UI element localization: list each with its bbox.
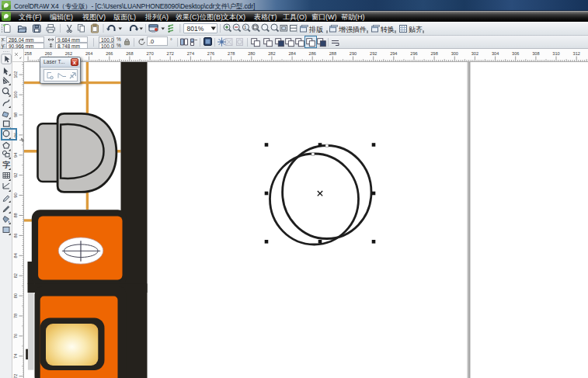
- svg-text:298: 298: [430, 51, 437, 56]
- svg-text:308: 308: [532, 51, 539, 56]
- svg-text:294: 294: [390, 51, 397, 56]
- svg-text:262: 262: [64, 51, 71, 56]
- svg-text:字: 字: [2, 160, 11, 169]
- svg-text:286: 286: [308, 51, 315, 56]
- svg-text:268: 268: [126, 51, 133, 56]
- svg-text:266: 266: [106, 51, 113, 56]
- svg-text:94: 94: [13, 153, 18, 158]
- svg-text:292: 292: [370, 51, 377, 56]
- svg-text:284: 284: [288, 51, 295, 56]
- svg-text:72: 72: [13, 374, 18, 378]
- svg-text:92: 92: [13, 173, 18, 178]
- svg-text:100: 100: [13, 91, 18, 98]
- svg-text:296: 296: [410, 51, 417, 56]
- svg-text:288: 288: [329, 51, 336, 56]
- svg-text:310: 310: [552, 51, 559, 56]
- svg-text:290: 290: [349, 51, 356, 56]
- svg-text:300: 300: [451, 51, 458, 56]
- svg-text:278: 278: [228, 51, 235, 56]
- svg-text:90: 90: [13, 192, 18, 197]
- svg-text:304: 304: [491, 51, 498, 56]
- svg-text:74: 74: [13, 354, 18, 359]
- svg-text:86: 86: [13, 233, 18, 238]
- svg-text:282: 282: [268, 51, 275, 56]
- svg-text:276: 276: [207, 51, 214, 56]
- svg-text:264: 264: [85, 51, 92, 56]
- svg-text:82: 82: [13, 273, 18, 278]
- svg-text:260: 260: [44, 51, 51, 56]
- svg-text:98: 98: [13, 113, 18, 117]
- svg-text:272: 272: [166, 51, 173, 56]
- svg-text:302: 302: [471, 51, 478, 56]
- svg-text:80: 80: [13, 293, 18, 298]
- svg-text:312: 312: [572, 51, 579, 56]
- svg-text:274: 274: [186, 51, 193, 56]
- svg-text:78: 78: [13, 314, 18, 318]
- svg-text:88: 88: [13, 213, 18, 217]
- svg-text:84: 84: [13, 253, 18, 258]
- svg-text:102: 102: [13, 71, 18, 78]
- svg-text:76: 76: [13, 334, 18, 338]
- svg-text:258: 258: [24, 51, 31, 56]
- svg-text:280: 280: [248, 51, 255, 56]
- svg-text:270: 270: [146, 51, 153, 56]
- svg-text:306: 306: [512, 51, 519, 56]
